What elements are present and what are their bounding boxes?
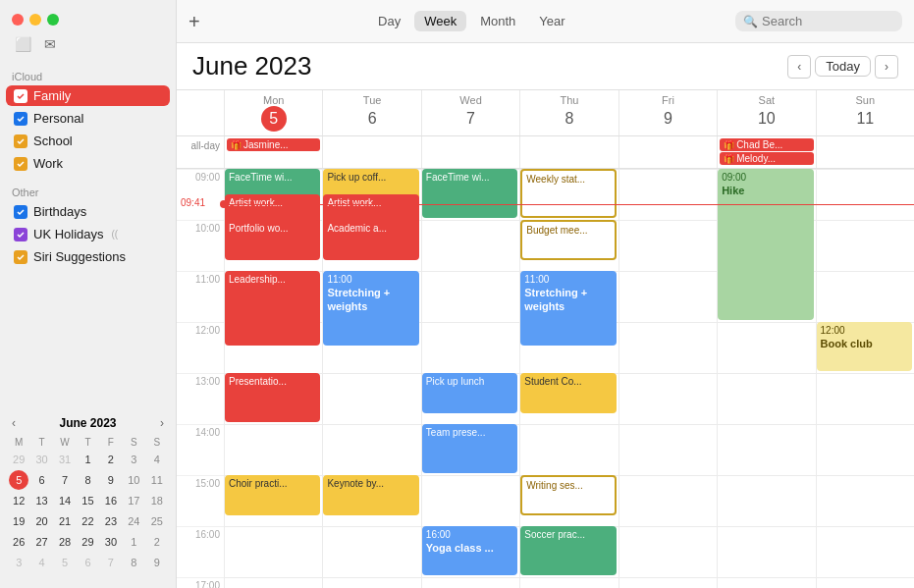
mini-day[interactable]: 9 [101, 470, 121, 490]
close-button[interactable] [12, 14, 24, 26]
mini-day[interactable]: 4 [147, 450, 167, 469]
work-checkbox[interactable] [14, 157, 27, 171]
tab-year[interactable]: Year [529, 11, 574, 31]
mini-day[interactable]: 3 [9, 553, 28, 572]
personal-checkbox[interactable] [14, 112, 27, 126]
mini-day[interactable]: 1 [124, 532, 143, 552]
sidebar-toggle-button[interactable]: ⬜ [12, 33, 33, 55]
search-box[interactable]: 🔍 [735, 11, 902, 31]
mini-day[interactable]: 5 [55, 553, 75, 572]
mini-day[interactable]: 17 [124, 491, 143, 510]
birthdays-checkbox[interactable] [14, 205, 27, 219]
mini-day[interactable]: 26 [9, 532, 28, 552]
mini-cal-next[interactable]: › [160, 416, 164, 430]
mini-day[interactable]: 31 [55, 450, 75, 469]
all-day-event-melody[interactable]: 🎁 Melody... [720, 152, 813, 165]
school-checkbox[interactable] [14, 134, 27, 148]
mini-day[interactable]: 8 [78, 470, 97, 490]
event-block[interactable]: Pick up lunch [422, 373, 517, 413]
maximize-button[interactable] [47, 14, 59, 26]
minimize-button[interactable] [29, 14, 41, 26]
time-cell[interactable] [717, 526, 815, 577]
tab-day[interactable]: Day [368, 11, 410, 31]
mini-day[interactable]: 29 [78, 532, 97, 552]
mini-day[interactable]: 30 [32, 450, 52, 469]
time-cell[interactable] [717, 322, 815, 373]
mini-day[interactable]: 8 [124, 553, 143, 572]
time-cell[interactable] [717, 475, 815, 526]
time-cell[interactable] [816, 577, 914, 588]
time-cell[interactable] [421, 220, 519, 271]
mini-day[interactable]: 11 [147, 470, 167, 490]
time-grid-scroll[interactable]: 09:00 10:00 11:00 [177, 169, 914, 588]
time-cell[interactable] [717, 373, 815, 424]
event-block[interactable]: Weekly stat... [520, 169, 616, 218]
time-cell[interactable] [816, 169, 914, 220]
time-cell[interactable] [322, 526, 420, 577]
event-block[interactable]: Academic a... [323, 220, 418, 260]
event-block[interactable]: Leadership... [225, 271, 320, 346]
time-cell[interactable] [618, 424, 717, 475]
time-cell[interactable] [618, 577, 717, 588]
mini-day[interactable]: 7 [101, 553, 121, 572]
mini-day[interactable]: 29 [9, 450, 28, 469]
search-input[interactable] [762, 14, 889, 28]
mini-day[interactable]: 12 [9, 491, 28, 510]
time-cell[interactable] [322, 373, 420, 424]
event-block[interactable]: 11:00Stretching +weights [520, 271, 616, 346]
time-cell[interactable] [816, 271, 914, 322]
mini-day[interactable]: 19 [9, 511, 28, 531]
mini-day[interactable]: 15 [78, 491, 97, 510]
uk-holidays-checkbox[interactable] [14, 228, 27, 241]
time-cell[interactable] [421, 322, 519, 373]
time-cell[interactable] [224, 526, 322, 577]
sidebar-item-birthdays[interactable]: Birthdays [6, 201, 170, 222]
event-block[interactable]: Writing ses... [520, 475, 616, 515]
mini-day[interactable]: 22 [78, 511, 97, 531]
time-cell[interactable] [421, 475, 519, 526]
time-cell[interactable] [519, 424, 618, 475]
sidebar-item-work[interactable]: Work [6, 153, 170, 174]
event-block[interactable]: Portfolio wo... [225, 220, 320, 260]
event-block[interactable]: Choir practi... [225, 475, 320, 515]
time-cell[interactable] [421, 577, 519, 588]
mini-day[interactable]: 6 [78, 553, 97, 572]
mini-day[interactable]: 24 [124, 511, 143, 531]
sidebar-item-school[interactable]: School [6, 131, 170, 151]
mini-day-today[interactable]: 5 [9, 470, 28, 490]
time-cell[interactable] [717, 577, 815, 588]
mini-day[interactable]: 2 [147, 532, 167, 552]
time-cell[interactable] [224, 577, 322, 588]
time-cell[interactable] [816, 424, 914, 475]
mini-day[interactable]: 7 [55, 470, 75, 490]
mini-day[interactable]: 18 [147, 491, 167, 510]
siri-checkbox[interactable] [14, 250, 27, 264]
mini-day[interactable]: 9 [147, 553, 167, 572]
mini-day[interactable]: 6 [32, 470, 52, 490]
event-block[interactable]: 16:00Yoga class ... [422, 526, 517, 575]
time-cell[interactable] [322, 577, 420, 588]
mini-cal-prev[interactable]: ‹ [12, 416, 16, 430]
cal-next-button[interactable]: › [875, 55, 898, 79]
mini-day[interactable]: 2 [101, 450, 121, 469]
mini-day[interactable]: 23 [101, 511, 121, 531]
mini-day[interactable]: 16 [101, 491, 121, 510]
mini-day[interactable]: 1 [78, 450, 97, 469]
event-block[interactable]: Budget mee... [520, 220, 616, 260]
event-block[interactable]: Keynote by... [323, 475, 418, 515]
time-cell[interactable] [816, 526, 914, 577]
cal-today-button[interactable]: Today [815, 56, 871, 77]
time-cell[interactable] [519, 577, 618, 588]
time-cell[interactable] [618, 271, 717, 322]
event-block[interactable]: Soccer prac... [520, 526, 616, 575]
mini-day[interactable]: 10 [124, 470, 143, 490]
cal-prev-button[interactable]: ‹ [787, 55, 811, 79]
time-cell[interactable] [816, 475, 914, 526]
mini-day[interactable]: 3 [124, 450, 143, 469]
mini-day[interactable]: 30 [101, 532, 121, 552]
time-cell[interactable] [224, 424, 322, 475]
mini-day[interactable]: 4 [32, 553, 52, 572]
sidebar-item-siri-suggestions[interactable]: Siri Suggestions [6, 246, 170, 267]
time-cell[interactable] [717, 424, 815, 475]
event-block[interactable]: 11:00Stretching +weights [323, 271, 418, 346]
